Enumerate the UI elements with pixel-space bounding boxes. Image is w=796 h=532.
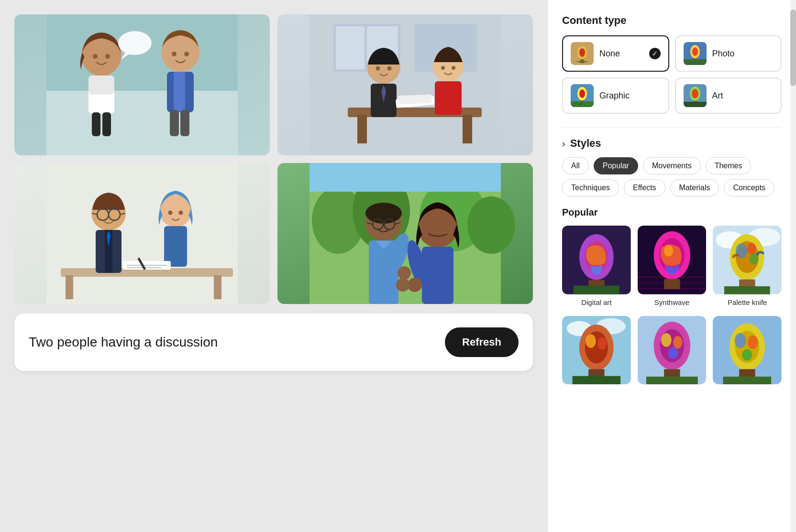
svg-point-135 bbox=[661, 333, 672, 347]
svg-point-143 bbox=[735, 333, 746, 348]
style-thumb-more-2 bbox=[638, 316, 707, 385]
svg-point-90 bbox=[579, 89, 585, 98]
svg-rect-87 bbox=[684, 59, 707, 65]
style-item-palette-knife[interactable]: Palette knife bbox=[713, 226, 782, 306]
svg-rect-17 bbox=[180, 110, 189, 136]
content-type-none-label: None bbox=[599, 49, 643, 59]
svg-point-136 bbox=[673, 336, 682, 348]
image-cell-2[interactable] bbox=[277, 14, 533, 155]
svg-point-12 bbox=[172, 52, 177, 56]
content-type-art[interactable]: Art bbox=[675, 77, 782, 114]
image-cell-1[interactable] bbox=[14, 14, 270, 155]
svg-rect-53 bbox=[164, 226, 187, 267]
svg-point-137 bbox=[668, 347, 678, 359]
svg-rect-8 bbox=[92, 112, 100, 136]
content-type-title: Content type bbox=[562, 14, 782, 27]
svg-rect-63 bbox=[310, 163, 501, 192]
filter-themes[interactable]: Themes bbox=[706, 157, 752, 174]
refresh-button[interactable]: Refresh bbox=[445, 327, 519, 357]
prompt-container: Two people having a discussion Refresh bbox=[14, 314, 533, 371]
style-item-digital-art[interactable]: Digital art bbox=[562, 226, 631, 306]
filter-popular[interactable]: Popular bbox=[594, 157, 638, 174]
svg-point-32 bbox=[441, 66, 445, 70]
svg-point-129 bbox=[597, 337, 607, 349]
svg-point-10 bbox=[118, 31, 152, 55]
style-name-palette-knife: Palette knife bbox=[728, 298, 767, 306]
style-item-more-1[interactable] bbox=[562, 316, 631, 389]
svg-rect-104 bbox=[574, 286, 619, 294]
popular-label: Popular bbox=[562, 207, 782, 218]
left-panel: Two people having a discussion Refresh bbox=[0, 0, 547, 532]
svg-rect-34 bbox=[435, 81, 462, 115]
svg-rect-20 bbox=[336, 26, 365, 69]
chevron-right-icon: › bbox=[562, 138, 565, 149]
style-name-synthwave: Synthwave bbox=[654, 298, 689, 306]
image-cell-3[interactable] bbox=[14, 163, 270, 304]
filter-techniques[interactable]: Techniques bbox=[562, 179, 619, 196]
content-type-art-label: Art bbox=[712, 91, 774, 101]
svg-point-112 bbox=[664, 245, 673, 257]
svg-rect-15 bbox=[174, 72, 185, 112]
content-type-graphic-label: Graphic bbox=[599, 91, 661, 101]
content-type-grid: None ✓ Photo bbox=[562, 35, 782, 114]
style-thumb-synthwave bbox=[638, 226, 707, 294]
svg-point-128 bbox=[586, 334, 596, 348]
content-type-graphic[interactable]: Graphic bbox=[562, 77, 669, 114]
svg-point-73 bbox=[398, 266, 411, 280]
svg-rect-9 bbox=[102, 112, 111, 136]
svg-rect-147 bbox=[723, 377, 772, 385]
svg-rect-131 bbox=[573, 376, 621, 384]
filter-materials[interactable]: Materials bbox=[670, 179, 719, 196]
svg-rect-139 bbox=[646, 377, 698, 385]
svg-point-81 bbox=[579, 48, 585, 57]
filter-tags-container: All Popular Movements Themes Techniques … bbox=[562, 157, 782, 196]
styles-title: Styles bbox=[570, 137, 601, 150]
svg-rect-122 bbox=[724, 286, 770, 294]
content-type-none-thumb bbox=[571, 42, 594, 65]
svg-rect-1 bbox=[46, 91, 238, 155]
svg-point-5 bbox=[105, 54, 110, 59]
content-type-art-thumb bbox=[684, 84, 707, 107]
svg-point-65 bbox=[365, 203, 402, 224]
styles-section-header[interactable]: › Styles bbox=[562, 137, 782, 150]
svg-point-77 bbox=[408, 278, 422, 292]
right-panel: Content type None ✓ bbox=[547, 0, 796, 532]
svg-point-33 bbox=[452, 66, 455, 70]
svg-rect-39 bbox=[66, 275, 73, 299]
style-item-more-2[interactable] bbox=[638, 316, 707, 389]
filter-all[interactable]: All bbox=[562, 157, 589, 174]
style-thumb-more-1 bbox=[562, 316, 631, 385]
style-item-synthwave[interactable]: Synthwave bbox=[638, 226, 707, 306]
svg-rect-40 bbox=[214, 275, 221, 299]
svg-point-52 bbox=[179, 211, 183, 215]
filter-effects[interactable]: Effects bbox=[624, 179, 665, 196]
svg-point-97 bbox=[692, 89, 698, 98]
svg-point-13 bbox=[184, 52, 189, 56]
content-type-photo-thumb bbox=[684, 42, 707, 65]
svg-point-4 bbox=[93, 54, 98, 59]
content-type-photo[interactable]: Photo bbox=[675, 35, 782, 72]
scrollbar-thumb[interactable] bbox=[790, 10, 796, 86]
svg-point-78 bbox=[396, 278, 409, 292]
svg-rect-36 bbox=[398, 95, 432, 104]
content-type-none[interactable]: None ✓ bbox=[562, 35, 669, 72]
svg-rect-99 bbox=[684, 102, 707, 107]
selected-check: ✓ bbox=[649, 48, 661, 59]
image-cell-4[interactable] bbox=[277, 163, 533, 304]
svg-point-145 bbox=[742, 349, 752, 360]
svg-point-119 bbox=[747, 243, 756, 254]
filter-movements[interactable]: Movements bbox=[643, 157, 701, 174]
prompt-text: Two people having a discussion bbox=[29, 333, 435, 351]
svg-rect-37 bbox=[46, 163, 238, 304]
filter-concepts[interactable]: Concepts bbox=[724, 179, 774, 196]
divider-1 bbox=[562, 127, 782, 128]
svg-point-27 bbox=[376, 66, 380, 71]
svg-point-28 bbox=[387, 66, 392, 71]
svg-point-62 bbox=[467, 196, 515, 254]
style-item-more-3[interactable] bbox=[713, 316, 782, 389]
svg-rect-24 bbox=[357, 115, 367, 143]
svg-point-144 bbox=[748, 335, 758, 349]
svg-point-85 bbox=[692, 47, 698, 56]
style-grid-more bbox=[562, 316, 782, 389]
content-type-photo-label: Photo bbox=[712, 49, 774, 59]
